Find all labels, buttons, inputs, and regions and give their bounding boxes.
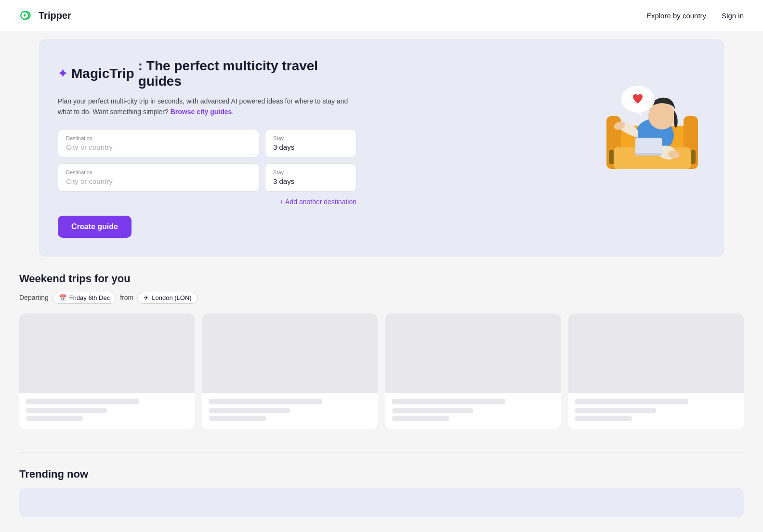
stay-2-label: Stay: [273, 169, 348, 175]
card-image-skeleton: [385, 313, 561, 393]
card-content: [19, 393, 195, 427]
card-content: [568, 393, 744, 427]
card-subtitle-skeleton: [392, 408, 473, 413]
destination-2-placeholder: City or country: [66, 177, 251, 185]
card-title-skeleton: [26, 399, 139, 404]
destination-2-label: Destination: [66, 169, 251, 175]
stay-2-input[interactable]: Stay 3 days: [265, 163, 356, 192]
departing-label: Departing: [19, 294, 49, 301]
svg-rect-13: [635, 153, 662, 156]
destination-1-placeholder: City or country: [66, 143, 251, 151]
magic-trip-brand: MagicTrip: [71, 66, 134, 81]
trip-card[interactable]: [202, 313, 378, 429]
trip-card[interactable]: [19, 313, 195, 429]
hero-title-rest: : The perfect multicity travel guides: [138, 58, 356, 89]
card-title-skeleton: [209, 399, 322, 404]
svg-point-1: [24, 14, 26, 17]
card-tag-skeleton: [575, 416, 632, 421]
svg-point-11: [648, 103, 675, 130]
calendar-icon: 📅: [59, 294, 66, 301]
card-tag-skeleton: [209, 416, 266, 421]
hero-content: ✦ MagicTrip: The perfect multicity trave…: [58, 58, 356, 238]
card-content: [385, 393, 561, 427]
logo[interactable]: Tripper: [19, 8, 71, 23]
sparkle-icon: ✦: [58, 67, 67, 80]
logo-text: Tripper: [39, 10, 71, 21]
signin-link[interactable]: Sign in: [722, 12, 744, 20]
card-image-skeleton: [19, 313, 195, 393]
add-destination-button[interactable]: + Add another destination: [280, 198, 356, 206]
stay-1-label: Stay: [273, 135, 348, 141]
date-chip[interactable]: 📅 Friday 6th Dec: [53, 292, 117, 304]
date-label: Friday 6th Dec: [69, 294, 110, 301]
hero-section: ✦ MagicTrip: The perfect multicity trave…: [39, 39, 724, 257]
add-destination-row: + Add another destination: [58, 197, 356, 206]
hero-title: ✦ MagicTrip: The perfect multicity trave…: [58, 58, 356, 89]
stay-1-value: 3 days: [273, 143, 348, 151]
destination-row-1: Destination City or country Stay 3 days: [58, 129, 356, 157]
trip-card[interactable]: [385, 313, 561, 429]
destination-2-input[interactable]: Destination City or country: [58, 163, 259, 192]
navbar: Tripper Explore by country Sign in: [0, 0, 763, 31]
weekend-trips-title: Weekend trips for you: [19, 272, 744, 285]
trip-cards-grid: [19, 313, 744, 429]
svg-rect-12: [635, 138, 662, 155]
trending-now-title: Trending now: [19, 468, 744, 480]
location-chip[interactable]: ✈ London (LON): [137, 292, 197, 304]
card-subtitle-skeleton: [26, 408, 107, 413]
hero-description: Plan your perfect multi-city trip in sec…: [58, 96, 356, 117]
card-tag-skeleton: [392, 416, 449, 421]
card-title-skeleton: [575, 399, 688, 404]
illustration-svg: [599, 53, 705, 188]
explore-country-link[interactable]: Explore by country: [646, 12, 706, 20]
logo-icon: [19, 8, 35, 23]
trending-now-section: Trending now: [0, 453, 763, 517]
from-label: from: [120, 294, 133, 301]
destination-row-2: Destination City or country Stay 3 days: [58, 163, 356, 192]
weekend-trips-section: Weekend trips for you Departing 📅 Friday…: [0, 257, 763, 452]
departing-row: Departing 📅 Friday 6th Dec from ✈ London…: [19, 292, 744, 304]
destination-1-input[interactable]: Destination City or country: [58, 129, 259, 157]
hero-illustration: [599, 53, 705, 188]
trip-card[interactable]: [568, 313, 744, 429]
card-image-skeleton: [202, 313, 378, 393]
stay-2-value: 3 days: [273, 177, 348, 185]
create-guide-button[interactable]: Create guide: [58, 216, 132, 238]
card-content: [202, 393, 378, 427]
flight-icon: ✈: [144, 294, 149, 301]
card-title-skeleton: [392, 399, 505, 404]
browse-city-guides-link[interactable]: Browse city guides: [171, 108, 232, 116]
nav-links: Explore by country Sign in: [646, 12, 744, 20]
card-subtitle-skeleton: [209, 408, 290, 413]
card-image-skeleton: [568, 313, 744, 393]
card-subtitle-skeleton: [575, 408, 656, 413]
destination-1-label: Destination: [66, 135, 251, 141]
card-tag-skeleton: [26, 416, 83, 421]
stay-1-input[interactable]: Stay 3 days: [265, 129, 356, 157]
trending-card-skeleton: [19, 488, 744, 517]
location-label: London (LON): [152, 294, 191, 301]
